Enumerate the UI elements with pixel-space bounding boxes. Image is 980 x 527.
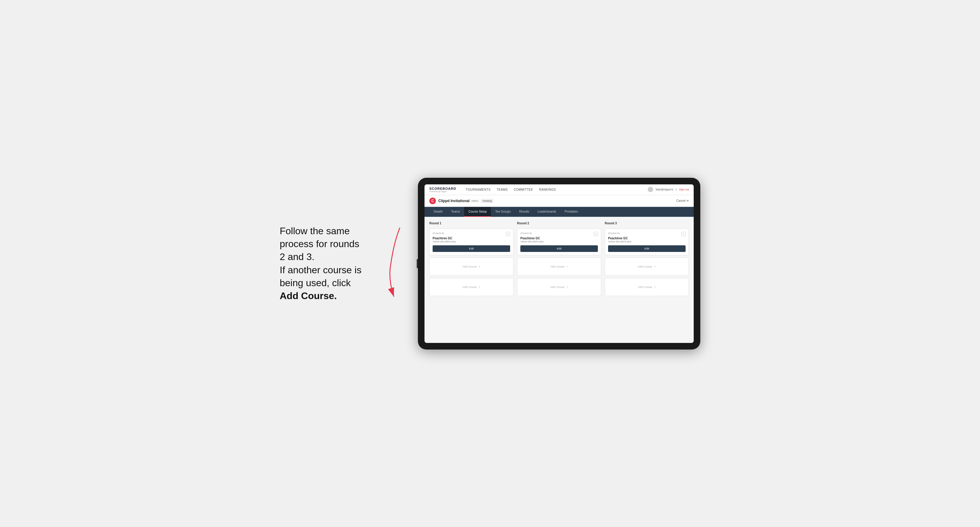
annotation-arrow: [376, 219, 406, 309]
nav-items: TOURNAMENTS TEAMS COMMITTEE RANKINGS: [466, 187, 641, 192]
course-card-header-3: (Course A) ○: [608, 232, 686, 236]
round-1-edit-button[interactable]: Edit: [433, 245, 510, 252]
powered-by: Powered by clippd: [429, 190, 456, 192]
round-1-title: Round 1: [429, 222, 514, 225]
divider: |: [676, 188, 676, 191]
nav-tournaments[interactable]: TOURNAMENTS: [466, 187, 491, 192]
round-1-add-course-1[interactable]: Add Course +: [429, 258, 514, 276]
course-delete-button-2[interactable]: ○: [593, 232, 598, 236]
sub-header: C Clippd Invitational (Men) Hosting Canc…: [425, 195, 694, 207]
user-avatar: [648, 187, 653, 192]
course-details-2: Yellow (M) (6629 yds): [520, 240, 598, 243]
tab-leaderboards[interactable]: Leaderboards: [533, 207, 560, 217]
course-name: Peachtree GC: [433, 237, 510, 240]
tablet-frame: SCOREBOARD Powered by clippd TOURNAMENTS…: [418, 178, 700, 349]
add-course-label-3: Add Course +: [550, 265, 568, 268]
round-3-edit-button[interactable]: Edit: [608, 245, 686, 252]
nav-committee[interactable]: COMMITTEE: [514, 187, 533, 192]
course-name-2: Peachtree GC: [520, 237, 598, 240]
round-3-course-card: (Course A) ○ Peachtree GC Yellow (M) (66…: [605, 229, 689, 255]
round-2-course-card: (Course A) ○ Peachtree GC Yellow (M) (66…: [517, 229, 601, 255]
add-course-label-4: Add Course +: [550, 286, 568, 289]
tournament-name: Clippd Invitational: [438, 199, 469, 203]
add-course-label-2: Add Course +: [462, 286, 480, 289]
instruction-panel: Follow the same process for rounds 2 and…: [280, 225, 364, 302]
tab-tee-groups[interactable]: Tee Groups: [491, 207, 515, 217]
cancel-button[interactable]: Cancel ✕: [676, 199, 689, 202]
course-label-3: (Course A): [608, 232, 619, 235]
round-2-add-course-2[interactable]: Add Course +: [517, 278, 601, 296]
tab-results[interactable]: Results: [515, 207, 533, 217]
round-3-column: Round 3 (Course A) ○ Peachtree GC Yellow…: [605, 222, 689, 296]
course-details-3: Yellow (M) (6629 yds): [608, 240, 686, 243]
course-card-header-2: (Course A) ○: [520, 232, 598, 236]
round-3-title: Round 3: [605, 222, 689, 225]
round-1-add-course-2[interactable]: Add Course +: [429, 278, 514, 296]
course-details: Yellow (M) (6629 yds): [433, 240, 510, 243]
main-content: Round 1 (Course A) ○ Peachtree GC Yellow…: [425, 217, 694, 343]
tab-teams[interactable]: Teams: [447, 207, 464, 217]
top-nav: SCOREBOARD Powered by clippd TOURNAMENTS…: [425, 184, 694, 195]
round-3-add-course-2[interactable]: Add Course +: [605, 278, 689, 296]
course-delete-button[interactable]: ○: [506, 232, 510, 236]
nav-rankings[interactable]: RANKINGS: [539, 187, 556, 192]
scoreboard-logo: SCOREBOARD Powered by clippd: [429, 187, 456, 192]
round-2-column: Round 2 (Course A) ○ Peachtree GC Yellow…: [517, 222, 601, 296]
arrow-container: [376, 219, 406, 309]
round-2-edit-button[interactable]: Edit: [520, 245, 598, 252]
hosting-badge: Hosting: [481, 199, 494, 203]
tab-details[interactable]: Details: [429, 207, 447, 217]
course-name-3: Peachtree GC: [608, 237, 686, 240]
course-label-2: (Course A): [520, 232, 532, 235]
round-1-column: Round 1 (Course A) ○ Peachtree GC Yellow…: [429, 222, 514, 296]
round-2-add-course-1[interactable]: Add Course +: [517, 258, 601, 276]
tabs-bar: Details Teams Course Setup Tee Groups Re…: [425, 207, 694, 217]
course-delete-button-3[interactable]: ○: [681, 232, 686, 236]
tablet-screen: SCOREBOARD Powered by clippd TOURNAMENTS…: [425, 184, 694, 343]
course-card-header: (Course A) ○: [433, 232, 510, 236]
rounds-grid: Round 1 (Course A) ○ Peachtree GC Yellow…: [429, 222, 689, 296]
tab-printables[interactable]: Printables: [560, 207, 582, 217]
top-nav-right: blair@clippd.io | Sign out: [648, 187, 689, 192]
tournament-type: (Men): [471, 199, 479, 202]
add-course-label-6: Add Course +: [638, 286, 655, 289]
round-3-add-course-1[interactable]: Add Course +: [605, 258, 689, 276]
nav-teams[interactable]: TEAMS: [496, 187, 508, 192]
clippd-logo: C: [429, 198, 436, 204]
user-email: blair@clippd.io: [655, 188, 673, 191]
page-wrapper: Follow the same process for rounds 2 and…: [280, 178, 700, 349]
round-1-course-card: (Course A) ○ Peachtree GC Yellow (M) (66…: [429, 229, 514, 255]
tablet-side-button: [417, 259, 418, 268]
add-course-label-5: Add Course +: [638, 265, 655, 268]
add-course-label-1: Add Course +: [462, 265, 480, 268]
instruction-text: Follow the same process for rounds 2 and…: [280, 225, 361, 301]
course-label: (Course A): [433, 232, 444, 235]
sign-out-link[interactable]: Sign out: [679, 188, 689, 191]
logo-text: SCOREBOARD: [429, 187, 456, 190]
tab-course-setup[interactable]: Course Setup: [464, 207, 491, 217]
round-2-title: Round 2: [517, 222, 601, 225]
